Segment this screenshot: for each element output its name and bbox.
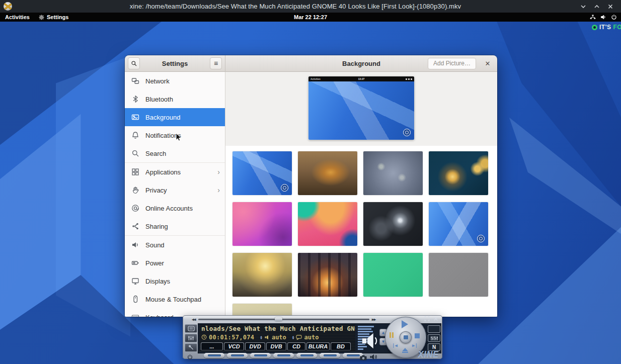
volume-icon xyxy=(600,14,606,20)
pause-button[interactable] xyxy=(390,332,394,338)
playlist-button[interactable] xyxy=(185,324,197,333)
xine-logo: XINE xyxy=(418,350,439,359)
snapshot-button[interactable] xyxy=(360,353,367,362)
small-speaker-icon xyxy=(370,354,377,360)
applications-icon xyxy=(131,168,139,176)
quit-button[interactable] xyxy=(187,352,193,362)
system-status-area[interactable] xyxy=(590,14,617,20)
sidebar-item-privacy[interactable]: Privacy› xyxy=(125,181,225,199)
skin-slider[interactable] xyxy=(296,353,317,358)
displays-icon xyxy=(131,277,139,285)
skin-slider[interactable] xyxy=(227,353,248,358)
sidebar-item-background[interactable]: Background xyxy=(125,108,225,126)
window-title: xine: /home/team/Downloads/See What the … xyxy=(12,3,579,10)
subtitle-spinner[interactable]: ▲▼ xyxy=(292,335,294,339)
panel-close-icon[interactable] xyxy=(433,316,438,322)
sidebar-item-sharing[interactable]: Sharing xyxy=(125,217,225,235)
skin-slider[interactable] xyxy=(273,353,294,358)
blank-display-button[interactable] xyxy=(428,325,440,333)
sidebar-item-label: Background xyxy=(145,114,220,121)
lcd-display: nloads/See What the Much Anticipated GNO… xyxy=(199,324,355,351)
sidebar-item-online-accounts[interactable]: Online Accounts xyxy=(125,199,225,217)
sidebar-item-displays[interactable]: Displays xyxy=(125,272,225,290)
equalizer-button[interactable] xyxy=(428,334,440,342)
wallpaper-thumb-plant-macro[interactable] xyxy=(363,151,423,195)
network-icon xyxy=(590,14,596,20)
play-button[interactable] xyxy=(402,320,408,328)
source-button-dvb[interactable]: DVB xyxy=(266,342,286,350)
mixer-button[interactable] xyxy=(185,334,197,342)
source-button-bd[interactable]: BD xyxy=(331,342,351,350)
wallpaper-thumb-magenta-gradient[interactable] xyxy=(232,202,292,246)
wallpaper-thumb-snowflake[interactable] xyxy=(363,202,423,246)
search-icon xyxy=(131,149,139,157)
eject-button[interactable] xyxy=(402,348,408,353)
wallpaper-thumb-autumn-leaf[interactable] xyxy=(298,151,357,195)
minimize-icon[interactable] xyxy=(579,2,588,11)
wallpaper-thumb-solid-gray[interactable] xyxy=(429,253,488,297)
bluetooth-icon xyxy=(131,95,139,103)
slideshow-badge-icon xyxy=(403,129,411,136)
seek-back-icon[interactable]: ◀◀ xyxy=(192,317,196,322)
elapsed-time: 00:01:57,074 xyxy=(209,334,254,341)
fullscreen-icon[interactable] xyxy=(424,316,430,322)
search-button[interactable] xyxy=(128,57,140,69)
sidebar-item-search[interactable]: Search xyxy=(125,144,225,162)
menu-button[interactable]: ≡ xyxy=(210,57,222,69)
power-icon xyxy=(131,259,139,267)
seek-slider[interactable] xyxy=(198,319,369,320)
sidebar-item-power[interactable]: Power xyxy=(125,254,225,272)
source-button-vcd[interactable]: VCD xyxy=(224,342,244,350)
skin-slider[interactable] xyxy=(204,353,224,358)
seek-handle[interactable] xyxy=(275,317,282,321)
setup-button[interactable] xyxy=(185,343,197,352)
sidebar-item-bluetooth[interactable]: Bluetooth xyxy=(125,90,225,108)
sidebar-item-network[interactable]: Network xyxy=(125,72,225,90)
wallpaper-thumb-gnome-blue-geometric-alt[interactable] xyxy=(429,202,488,246)
wallpaper-thumb-misty-forest[interactable] xyxy=(298,253,357,297)
wallpaper-thumb-gnome-blue-geometric[interactable] xyxy=(232,151,292,195)
xine-window-titlebar: xine: /home/team/Downloads/See What the … xyxy=(0,0,621,13)
playlist-icon xyxy=(188,326,195,331)
clock[interactable]: Mar 22 12:27 xyxy=(0,14,621,20)
current-background-preview[interactable]: Activities 13:27 xyxy=(308,76,414,140)
wallpaper-thumb-golden-sunset[interactable] xyxy=(232,253,292,297)
online-accounts-icon xyxy=(131,204,139,212)
network-icon xyxy=(131,77,139,85)
seek-forward-icon[interactable]: ▶▶ xyxy=(372,317,376,322)
sidebar-item-label: Mouse & Touchpad xyxy=(145,296,220,303)
its-foss-watermark: IT'S FOSS xyxy=(592,24,621,31)
wallpaper-thumb-color-waves[interactable] xyxy=(298,202,357,246)
source-button-blura[interactable]: BLURA xyxy=(306,342,330,350)
stop-button[interactable] xyxy=(415,333,420,338)
sidebar-item-notifications[interactable]: Notifications xyxy=(125,126,225,144)
subtitle-value: auto xyxy=(304,334,319,341)
window-close-icon[interactable]: ✕ xyxy=(483,59,492,68)
sidebar-item-mouse-touchpad[interactable]: Mouse & Touchpad xyxy=(125,290,225,308)
volume-toggle-button[interactable] xyxy=(370,352,377,362)
sidebar-item-applications[interactable]: Applications› xyxy=(125,163,225,181)
sound-icon xyxy=(131,241,139,249)
power-icon xyxy=(611,14,617,20)
maximize-icon[interactable] xyxy=(592,2,601,11)
equalizer-icon xyxy=(430,336,438,341)
its-foss-logo-icon xyxy=(592,25,597,30)
power-off-icon xyxy=(187,354,193,360)
close-icon[interactable] xyxy=(606,2,615,11)
add-picture-button[interactable]: Add Picture… xyxy=(428,58,476,69)
source-button-[interactable]: ... xyxy=(201,342,223,350)
privacy-icon xyxy=(131,186,139,194)
skin-slider[interactable] xyxy=(250,353,271,358)
mute-button[interactable] xyxy=(361,332,378,352)
skin-slider[interactable] xyxy=(320,353,340,358)
sidebar-item-sound[interactable]: Sound xyxy=(125,236,225,254)
wallpaper-thumb-lightbulb[interactable] xyxy=(429,151,488,195)
audio-channel-spinner[interactable]: ▲▼ xyxy=(260,335,262,339)
wallpaper-thumb-solid-green[interactable] xyxy=(363,253,423,297)
source-button-cd[interactable]: CD xyxy=(287,342,305,350)
previous-button[interactable]: |◀ xyxy=(392,343,398,348)
menu-nav-button[interactable] xyxy=(400,331,412,343)
source-button-dvd[interactable]: DVD xyxy=(245,342,265,350)
next-button[interactable]: ▶| xyxy=(412,343,418,348)
play-icon xyxy=(402,320,408,328)
